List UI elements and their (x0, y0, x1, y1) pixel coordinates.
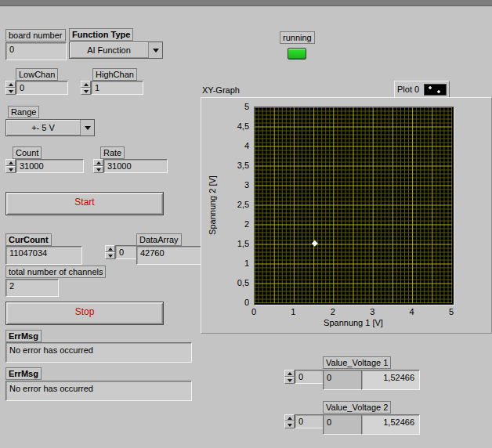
y-tick-label: 3,5 (201, 161, 249, 170)
errmsg1-label: ErrMsg (5, 330, 42, 342)
down-arrow-icon (288, 424, 292, 427)
x-tick-label: 4 (402, 307, 422, 316)
increment-button[interactable] (284, 414, 295, 421)
rate-control[interactable]: 31000 (93, 159, 168, 173)
y-tick-label: 1,5 (201, 239, 249, 248)
window-top-edge (0, 0, 492, 6)
up-arrow-icon (108, 247, 113, 251)
value-voltage-2-spinner[interactable] (284, 414, 295, 428)
down-arrow-icon (108, 255, 113, 258)
function-type-dropdown[interactable]: AI Function (69, 42, 163, 59)
up-arrow-icon (288, 372, 292, 375)
rate-spinner[interactable] (93, 159, 103, 173)
value-voltage-1-spinner[interactable] (284, 370, 295, 384)
board-number-field[interactable]: 0 (5, 42, 67, 60)
increment-button[interactable] (5, 159, 16, 166)
value-voltage-1-index-field[interactable]: 0 (295, 370, 326, 384)
plot-area (254, 107, 454, 305)
decrement-button[interactable] (284, 421, 295, 428)
value-voltage-1-label: Value_Voltage 1 (323, 356, 391, 369)
decrement-button[interactable] (93, 166, 103, 173)
y-tick-label: 2 (201, 219, 249, 229)
xy-graph: Spannung 2 [V] 00,511,522,533,544,55 012… (201, 97, 492, 334)
x-tick-label: 5 (441, 307, 461, 316)
labview-front-panel: board number 0 Function Type AI Function… (0, 0, 492, 448)
y-tick-label: 4,5 (201, 121, 249, 131)
y-tick-label: 1 (201, 258, 249, 268)
down-arrow-icon (9, 90, 13, 93)
running-led (288, 48, 306, 60)
x-tick-label: 0 (244, 307, 264, 316)
decrement-button[interactable] (5, 166, 16, 173)
lowchan-spinner[interactable] (5, 81, 16, 95)
up-arrow-icon (96, 161, 101, 164)
value-voltage-2-index-control[interactable]: 0 (284, 414, 326, 428)
rate-field[interactable]: 31000 (103, 159, 168, 173)
increment-button[interactable] (5, 81, 16, 88)
running-label: running (280, 31, 315, 44)
up-arrow-icon (84, 83, 89, 86)
plot-legend-text: Plot 0 (397, 85, 419, 94)
increment-button[interactable] (284, 370, 295, 377)
total-channels-label: total number of channels (5, 266, 106, 278)
down-arrow-icon (9, 168, 13, 172)
decrement-button[interactable] (105, 252, 115, 259)
data-array-index-spinner[interactable] (105, 245, 115, 259)
increment-button[interactable] (93, 159, 103, 166)
board-number-label: board number (5, 29, 66, 42)
up-arrow-icon (9, 83, 13, 86)
value-voltage-1-index-control[interactable]: 0 (284, 370, 326, 384)
range-value: +- 5 V (6, 120, 80, 135)
increment-button[interactable] (105, 245, 115, 252)
y-tick-label: 3 (201, 180, 249, 190)
down-arrow-icon (288, 379, 292, 382)
y-tick-label: 4 (201, 141, 249, 150)
errmsg1-field: No error has occurred (5, 342, 192, 363)
plot-canvas (255, 107, 452, 303)
plot-legend[interactable]: Plot 0 (394, 81, 450, 98)
plot-swatch-icon (424, 84, 447, 96)
errmsg2-field: No error has occurred (5, 381, 192, 401)
curcount-label: CurCount (5, 233, 52, 246)
count-spinner[interactable] (5, 159, 16, 173)
down-arrow-icon (84, 90, 89, 93)
rate-label: Rate (100, 146, 125, 159)
value-voltage-2-value-field: 1,52466 (361, 414, 420, 435)
increment-button[interactable] (81, 81, 91, 88)
range-label: Range (8, 106, 39, 118)
x-tick-label: 2 (323, 307, 343, 316)
errmsg2-label: ErrMsg (5, 367, 42, 380)
up-arrow-icon (288, 417, 292, 420)
decrement-button[interactable] (284, 377, 295, 384)
lowchan-field[interactable]: 0 (16, 81, 68, 95)
highchan-field[interactable]: 1 (91, 81, 143, 95)
highchan-label: HighChan (92, 68, 137, 81)
dropdown-arrow-button[interactable] (80, 120, 94, 135)
lowchan-control[interactable]: 0 (5, 81, 68, 95)
function-type-value: AI Function (70, 42, 148, 58)
x-tick-label: 1 (283, 307, 303, 316)
y-tick-label: 0,5 (201, 278, 249, 287)
value-voltage-1-value-field: 1,52466 (361, 370, 420, 390)
data-array-field: 42760 (136, 246, 208, 265)
xy-graph-label: XY-Graph (202, 85, 240, 95)
total-channels-field: 2 (5, 279, 59, 297)
decrement-button[interactable] (5, 88, 16, 95)
curcount-field: 11047034 (5, 246, 82, 265)
down-arrow-icon (96, 168, 101, 172)
start-button[interactable]: Start (5, 192, 164, 215)
value-voltage-2-label: Value_Voltage 2 (323, 401, 391, 414)
x-tick-label: 3 (362, 307, 382, 316)
x-axis-label: Spannung 1 [V] (254, 318, 453, 327)
range-dropdown[interactable]: +- 5 V (5, 119, 95, 136)
count-field[interactable]: 31000 (16, 159, 84, 173)
highchan-control[interactable]: 1 (81, 81, 143, 95)
count-control[interactable]: 31000 (5, 159, 84, 173)
decrement-button[interactable] (81, 88, 91, 95)
stop-button[interactable]: Stop (5, 302, 164, 325)
highchan-spinner[interactable] (81, 81, 91, 95)
dropdown-arrow-button[interactable] (148, 42, 162, 58)
data-array-label: DataArray (136, 233, 182, 246)
up-arrow-icon (9, 161, 13, 164)
value-voltage-2-index-field[interactable]: 0 (295, 414, 326, 428)
